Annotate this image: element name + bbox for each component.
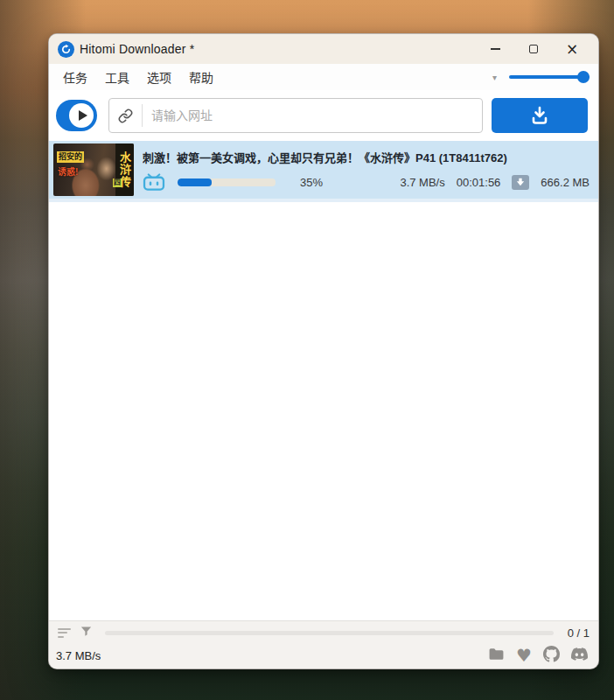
maximize-icon xyxy=(529,45,538,53)
filter-funnel-icon[interactable] xyxy=(80,625,93,641)
download-button[interactable] xyxy=(492,98,588,133)
speed-limit-slider[interactable] xyxy=(509,71,590,83)
minimize-icon xyxy=(491,48,500,50)
item-progress-row: 35% 3.7 MB/s 00:01:56 666.2 MB xyxy=(143,173,590,191)
menubar: 任务 工具 选项 帮助 ▾ xyxy=(49,64,598,90)
bilibili-icon xyxy=(143,173,165,191)
menu-options[interactable]: 选项 xyxy=(138,65,180,89)
github-icon[interactable] xyxy=(543,646,560,666)
thumbnail-banner: 水浒传 xyxy=(115,144,134,196)
desktop-wallpaper: Hitomi Downloader * × 任务 工具 选项 帮助 ▾ xyxy=(0,0,614,700)
download-list: 招安的 诱惑! 水浒传 四 刺激！被第一美女调戏，心里却只有兄弟！《水浒传》P4… xyxy=(49,141,598,620)
discord-icon[interactable] xyxy=(571,646,588,666)
menu-tasks[interactable]: 任务 xyxy=(54,65,96,89)
close-icon: × xyxy=(566,42,578,57)
item-progress-bar xyxy=(178,178,276,186)
chevron-down-icon[interactable]: ▾ xyxy=(492,73,497,82)
menubar-right: ▾ xyxy=(492,71,590,83)
item-speed: 3.7 MB/s xyxy=(400,176,444,189)
statusbar: 0 / 1 3.7 MB/s ♥ xyxy=(49,620,598,668)
item-progress-fill xyxy=(178,178,212,186)
maximize-button[interactable] xyxy=(514,36,553,62)
download-counter: 0 / 1 xyxy=(568,626,590,640)
window-controls: × xyxy=(476,36,591,62)
slider-handle[interactable] xyxy=(577,71,590,83)
start-toggle-button[interactable] xyxy=(56,100,97,131)
download-icon xyxy=(528,106,551,125)
play-icon xyxy=(69,103,94,128)
item-progress-percent: 35% xyxy=(300,176,323,189)
folder-icon[interactable] xyxy=(488,646,505,666)
minimize-button[interactable] xyxy=(476,36,514,62)
thumbnail-badge: 四 xyxy=(113,178,122,187)
statusbar-links: ♥ xyxy=(488,646,588,666)
item-eta: 00:01:56 xyxy=(457,176,501,189)
heart-icon[interactable]: ♥ xyxy=(516,647,532,664)
video-thumbnail: 招安的 诱惑! 水浒传 四 xyxy=(53,144,134,196)
download-state-icon[interactable] xyxy=(512,175,529,190)
window-title: Hitomi Downloader * xyxy=(80,42,194,56)
item-title: 刺激！被第一美女调戏，心里却只有兄弟！《水浒传》P41 (1T8411t762) xyxy=(143,149,590,165)
sort-icon[interactable] xyxy=(58,628,71,638)
thumbnail-tag-text: 招安的 xyxy=(57,151,84,163)
download-item-row[interactable]: 招安的 诱惑! 水浒传 四 刺激！被第一美女调戏，心里却只有兄弟！《水浒传》P4… xyxy=(49,141,598,202)
item-stats: 3.7 MB/s 00:01:56 666.2 MB xyxy=(400,175,590,190)
statusbar-progress-row: 0 / 1 xyxy=(49,621,598,644)
url-input[interactable] xyxy=(143,108,482,122)
item-size: 666.2 MB xyxy=(541,176,590,189)
link-icon xyxy=(109,104,143,127)
item-body: 刺激！被第一美女调戏，心里却只有兄弟！《水浒传》P41 (1T8411t762) xyxy=(143,149,590,191)
close-button[interactable]: × xyxy=(553,36,591,62)
titlebar[interactable]: Hitomi Downloader * × xyxy=(49,34,598,64)
statusbar-info-row: 3.7 MB/s ♥ xyxy=(49,644,598,668)
menu-tools[interactable]: 工具 xyxy=(96,65,138,89)
overall-progress-bar xyxy=(105,631,554,635)
menu-help[interactable]: 帮助 xyxy=(180,65,222,89)
app-window: Hitomi Downloader * × 任务 工具 选项 帮助 ▾ xyxy=(48,33,599,669)
url-input-box xyxy=(108,98,483,133)
app-logo-icon xyxy=(58,41,74,58)
toolbar xyxy=(49,90,598,141)
thumbnail-tag-text-2: 诱惑! xyxy=(58,164,78,178)
total-speed: 3.7 MB/s xyxy=(56,649,101,662)
